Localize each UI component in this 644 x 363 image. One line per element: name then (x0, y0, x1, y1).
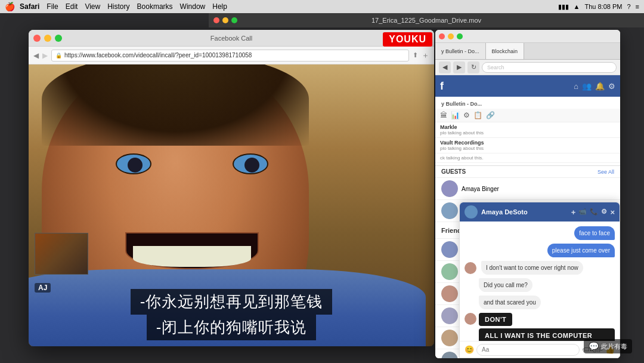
battery-icon: ▮▮▮ (558, 3, 569, 11)
video-content: AJ -你永远别想再见到那笔钱 -闭上你的狗嘴听我说 (29, 64, 434, 346)
message-popup: Amaya DeSoto + 📹 📞 ⚙ × face to face plea… (459, 202, 620, 358)
msg-spacer-2 (465, 278, 476, 290)
fb-home-icon[interactable]: ⌂ (574, 82, 578, 91)
forward-button[interactable]: ▶ (42, 51, 48, 60)
msg-body: face to face please just come over I don… (460, 222, 620, 341)
bc-icon-1[interactable]: 🏛 (440, 111, 447, 119)
menu-icon[interactable]: ≡ (636, 3, 639, 10)
menu-bookmarks[interactable]: Bookmarks (137, 2, 173, 11)
msg-bubble-face-to-face: face to face (574, 226, 615, 240)
guest-avatar-1 (441, 180, 458, 197)
msg-text-input[interactable] (476, 344, 580, 356)
minimize-button[interactable] (44, 35, 51, 42)
bulletin-vault[interactable]: Vault Recordings plo talking about this (435, 138, 620, 153)
rp-back-btn[interactable]: ◀ (439, 61, 451, 73)
bc-icons-row: 🏛 📊 ⚙ 📋 🔗 (435, 109, 620, 122)
ck-desc: ck talking about this. (440, 155, 615, 161)
rp-maximize[interactable] (457, 33, 463, 39)
markle-name: Markle (440, 124, 615, 130)
close-button[interactable] (33, 35, 41, 42)
msg-emoji-icon[interactable]: 😊 (465, 345, 474, 354)
video-minimize[interactable] (222, 17, 228, 23)
right-panel-titlebar (435, 30, 620, 43)
url-bar[interactable]: 🔒 https://www.facebook.com/videocall/inc… (51, 50, 409, 61)
menu-view[interactable]: View (85, 2, 100, 11)
facebook-panel: f ⌂ 👥 🔔 ⚙ y Bulletin - Do... 🏛 📊 ⚙ 📋 🔗 (435, 75, 620, 358)
fb-gear-icon[interactable]: ⚙ (608, 82, 615, 91)
markle-desc: plo talking about this (440, 130, 615, 136)
fb-people-icon[interactable]: 👥 (582, 82, 592, 91)
guests-header: GUESTS See All (435, 166, 620, 178)
video-maximize[interactable] (231, 17, 237, 23)
menu-safari[interactable]: Safari (20, 2, 39, 11)
back-button[interactable]: ◀ (33, 51, 39, 60)
notification-icon[interactable]: ? (627, 3, 630, 10)
video-filename: 17_Erica_1225_Goodman_Drive.mov (371, 17, 481, 24)
apple-menu[interactable]: 🍎 (5, 2, 15, 11)
msg-bubble-come-over: please just come over (547, 244, 615, 257)
browser-title: Facebook Call (210, 35, 252, 42)
small-video-thumbnail (35, 233, 88, 275)
youku-logo: YOUKU (383, 32, 432, 47)
maximize-button[interactable] (55, 35, 62, 42)
menu-file[interactable]: File (47, 2, 58, 11)
rp-forward-btn[interactable]: ▶ (453, 61, 465, 73)
menu-history[interactable]: History (107, 2, 129, 11)
msg-bubble-dont-want: I don't want to come over right now (481, 261, 583, 275)
rp-minimize[interactable] (448, 33, 454, 39)
tab-blockchain[interactable]: Blockchain (486, 43, 525, 59)
rp-search-input[interactable]: Search (482, 62, 617, 73)
eye-left (116, 153, 151, 174)
msg-sender-avatar-1 (465, 262, 476, 274)
msg-video-icon[interactable]: 📹 (578, 208, 587, 217)
lock-icon: 🔒 (55, 53, 62, 59)
subtitles: -你永远别想再见到那笔钱 -闭上你的狗嘴听我说 (29, 289, 434, 340)
msg-header-icons: + 📹 📞 ⚙ × (571, 208, 615, 217)
friend-avatar-aj (441, 330, 458, 346)
menu-edit[interactable]: Edit (66, 2, 78, 11)
small-figure (46, 239, 78, 274)
bc-icon-2[interactable]: 📊 (451, 111, 460, 119)
right-panel-toolbar: ◀ ▶ ↻ Search (435, 60, 620, 75)
bc-icon-5[interactable]: 🔗 (486, 111, 495, 119)
rp-reload-btn[interactable]: ↻ (467, 61, 479, 73)
bulletin-markle[interactable]: Markle plo talking about this (435, 122, 620, 138)
friend-avatar-amaya (441, 285, 458, 302)
fb-bell-icon[interactable]: 🔔 (595, 82, 605, 91)
traffic-lights (33, 35, 62, 42)
tab-bulletin[interactable]: y Bulletin - Do... (435, 43, 486, 59)
guest-avatar-2 (441, 202, 458, 219)
msg-bubble-dont: DON'T (479, 313, 512, 326)
bc-icon-4[interactable]: 📋 (473, 111, 482, 119)
bulletin-ck[interactable]: ck talking about this. (435, 153, 620, 163)
url-text: https://www.facebook.com/videocall/incal… (64, 52, 252, 59)
tab-bar: y Bulletin - Do... Blockchain (435, 43, 620, 60)
msg-gear-icon[interactable]: ⚙ (601, 208, 607, 217)
msg-bubble-did-you-call: Did you call me? (479, 278, 532, 292)
subtitle-line-1: -你永远别想再见到那笔钱 (131, 289, 333, 315)
menu-help[interactable]: Help (212, 2, 227, 11)
bulletin-section: y Bulletin - Do... 🏛 📊 ⚙ 📋 🔗 Markle plo … (435, 97, 620, 166)
menubar-items: Safari File Edit View History Bookmarks … (20, 2, 227, 11)
msg-shout-section: DON'T ALL I WANT IS THE COMPUTER YOU ARE… (465, 313, 615, 341)
bc-icon-3[interactable]: ⚙ (463, 111, 470, 119)
friend-avatar-damon (441, 241, 458, 258)
msg-add-icon[interactable]: + (571, 208, 576, 217)
msg-phone-icon[interactable]: 📞 (590, 208, 598, 217)
msg-bubble-scared: and that scared you (479, 296, 541, 309)
msg-received-3-wrapper: and that scared you (465, 296, 615, 309)
browser-toolbar: ◀ ▶ 🔒 https://www.facebook.com/videocall… (29, 47, 434, 64)
rp-close[interactable] (439, 33, 445, 39)
msg-contact-name: Amaya DeSoto (481, 208, 528, 216)
new-tab-button[interactable]: ＋ (422, 50, 429, 61)
guest-item-1[interactable]: Amaya Binger (435, 178, 620, 200)
friend-avatar-lexx (441, 307, 458, 324)
msg-close-icon[interactable]: × (610, 208, 615, 217)
video-titlebar: 17_Erica_1225_Goodman_Drive.mov (209, 13, 644, 27)
share-button[interactable]: ⬆ (413, 51, 418, 59)
guests-see-all[interactable]: See All (597, 169, 614, 175)
vault-desc: plo talking about this (440, 146, 615, 151)
video-close[interactable] (213, 17, 219, 23)
menu-window[interactable]: Window (180, 2, 206, 11)
vault-name: Vault Recordings (440, 140, 615, 146)
